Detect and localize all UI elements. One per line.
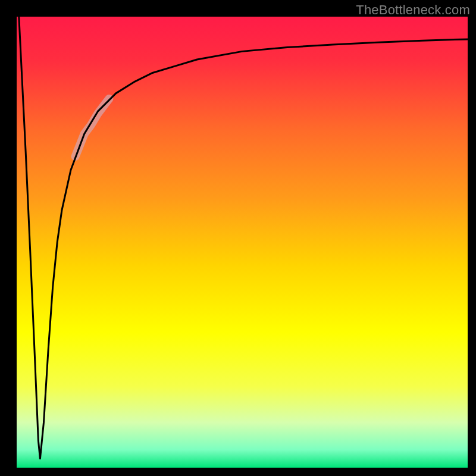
plot-area [17, 17, 468, 468]
chart-frame: TheBottleneck.com [0, 0, 476, 476]
gradient-background [17, 17, 468, 468]
chart-svg [17, 17, 468, 468]
watermark-text: TheBottleneck.com [356, 2, 470, 18]
